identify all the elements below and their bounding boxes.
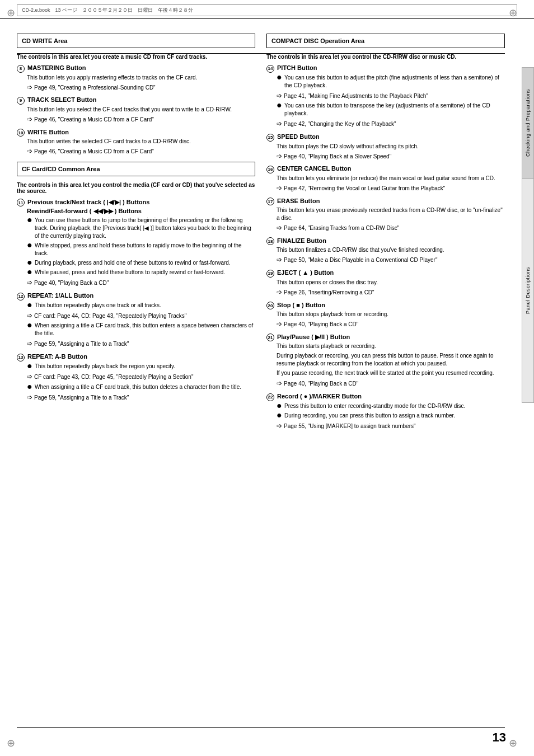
- bullet-prev-next-4: ● While paused, press and hold these but…: [27, 269, 255, 276]
- btn-erase-title: 17 ERASE Button: [266, 198, 505, 206]
- btn-center-cancel-title: 16 CENTER CANCEL Button: [266, 165, 505, 173]
- btn-write-body: This button writes the selected CF card …: [27, 138, 255, 156]
- cd-write-intro: The controls in this area let you create…: [17, 54, 255, 60]
- btn-eject: 19 EJECT ( ▲ ) Button This button opens …: [266, 269, 505, 297]
- btn-repeat-1all-title: 12 REPEAT: 1/ALL Button: [17, 292, 255, 300]
- btn-ab-ref1: ➩ CF card: Page 43, CD: Page 45, "Repeat…: [27, 372, 255, 382]
- compact-disc-body: The controls in this area let you contro…: [266, 54, 505, 430]
- btn-play-pause: 21 Play/Pause ( ▶/II ) Button This butto…: [266, 334, 505, 388]
- btn-pitch-ref2: ➩ Page 42, "Changing the Key of the Play…: [277, 119, 505, 129]
- btn-num-14: 14: [266, 65, 274, 73]
- btn-play-pause-title: 21 Play/Pause ( ▶/II ) Button: [266, 334, 505, 342]
- btn-write-desc: This button writes the selected CF card …: [27, 138, 191, 144]
- btn-prev-next-body: ● You can use these buttons to jump to t…: [27, 217, 255, 288]
- top-divider: [17, 53, 505, 54]
- header-file-info: CD-2.e.book 13 ページ ２００５年２月２０日 日曜日 午後４時２８…: [17, 4, 517, 16]
- btn-pitch: 14 PITCH Button ● You can use this butto…: [266, 64, 505, 129]
- btn-num-12: 12: [17, 293, 25, 300]
- btn-mastering-ref: ➩ Page 49, "Creating a Professional-Soun…: [27, 83, 255, 92]
- cf-cd-title: CF Card/CD Common Area: [22, 166, 250, 172]
- btn-rewind-label: Rewind/Fast-forward ( ◀◀/▶▶ ) Buttons: [27, 208, 255, 215]
- cd-write-title: CD WRITE Area: [22, 37, 250, 44]
- btn-num-16: 16: [266, 166, 274, 173]
- btn-eject-title: 19 EJECT ( ▲ ) Button: [266, 269, 505, 278]
- compact-disc-intro: The controls in this area let you contro…: [266, 54, 505, 60]
- btn-finalize-ref: ➩ Page 50, "Make a Disc Playable in a Co…: [277, 255, 505, 265]
- btn-play-pause-ref: ➩ Page 40, "Playing Back a CD": [277, 379, 505, 388]
- btn-erase: 17 ERASE Button This button lets you era…: [266, 198, 505, 233]
- bullet-pitch-1: ● You can use this button to adjust the …: [277, 74, 505, 90]
- btn-finalize-title: 18 FINALIZE Button: [266, 237, 505, 246]
- btn-erase-body: This button lets you erase previously re…: [277, 206, 505, 233]
- bullet-pitch-2: ● You can use this button to transpose t…: [277, 102, 505, 118]
- ref-arrow: ➩: [27, 83, 32, 92]
- corner-mark-bl: ⊕: [7, 737, 15, 749]
- btn-num-15: 15: [266, 134, 274, 142]
- side-tab-checking: Checking and Preparations: [522, 67, 534, 179]
- btn-center-cancel-ref: ➩ Page 42, "Removing the Vocal or Lead G…: [277, 184, 505, 193]
- btn-track-select: 9 TRACK SELECT Button This button lets y…: [17, 96, 255, 124]
- bullet-ab-2: ● When assigning a title a CF card track…: [27, 383, 255, 391]
- ref-text: Page 49, "Creating a Professional-Soundi…: [34, 84, 156, 92]
- compact-disc-section: COMPACT DISC Operation Area: [266, 34, 505, 48]
- side-tab-panel: Panel Descriptions: [522, 179, 534, 403]
- btn-mastering-desc: This button lets you apply mastering eff…: [27, 74, 197, 81]
- btn-mastering-body: This button lets you apply mastering eff…: [27, 74, 255, 92]
- btn-track-select-ref: ➩ Page 46, "Creating a Music CD from a C…: [27, 115, 255, 124]
- btn-eject-ref: ➩ Page 26, "Inserting/Removing a CD": [277, 288, 505, 297]
- bullet-record-1: ● Press this button to enter recording-s…: [277, 402, 505, 410]
- btn-finalize-body: This button finalizes a CD-R/RW disc tha…: [277, 246, 505, 265]
- btn-write-title: 10 WRITE Button: [17, 129, 255, 137]
- btn-prev-next: 11 Previous track/Next track ( |◀/▶| ) B…: [17, 199, 255, 288]
- btn-mastering-title: 8 MASTERING Button: [17, 64, 255, 73]
- btn-num-22: 22: [266, 393, 274, 401]
- btn-num-13: 13: [17, 354, 25, 361]
- cd-write-body: The controls in this area let you create…: [17, 54, 255, 156]
- btn-repeat-ab-title: 13 REPEAT: A-B Button: [17, 353, 255, 361]
- btn-write: 10 WRITE Button This button writes the s…: [17, 129, 255, 156]
- btn-repeat-1all-body: ● This button repeatedly plays one track…: [27, 302, 255, 349]
- btn-speed-body: This button plays the CD slowly without …: [277, 143, 505, 161]
- btn-stop-body: This button stops playback from or recor…: [277, 311, 505, 329]
- btn-repeat-ref2: ➩ Page 59, "Assigning a Title to a Track…: [27, 339, 255, 349]
- bullet-prev-next-1: ● You can use these buttons to jump to t…: [27, 217, 255, 240]
- compact-disc-title: COMPACT DISC Operation Area: [271, 37, 500, 44]
- bullet-repeat-2: ● When assigning a title a CF card track…: [27, 322, 255, 337]
- btn-repeat-ref1: ➩ CF card: Page 44, CD: Page 43, "Repeat…: [27, 311, 255, 321]
- cd-write-section: CD WRITE Area: [17, 34, 255, 48]
- header: CD-2.e.book 13 ページ ２００５年２月２０日 日曜日 午後４時２８…: [0, 0, 534, 19]
- bullet-prev-next-2: ● While stopped, press and hold these bu…: [27, 242, 255, 257]
- btn-mastering-label: MASTERING Button: [27, 64, 86, 71]
- btn-num-21: 21: [266, 334, 274, 341]
- btn-write-label: WRITE Button: [27, 129, 69, 135]
- btn-prev-next-ref: ➩ Page 40, "Playing Back a CD": [27, 278, 255, 288]
- btn-erase-ref: ➩ Page 64, "Erasing Tracks from a CD-RW …: [277, 223, 505, 233]
- btn-record-ref: ➩ Page 55, "Using [MARKER] to assign tra…: [277, 421, 505, 431]
- right-column: COMPACT DISC Operation Area The controls…: [266, 34, 505, 435]
- side-tabs: Checking and Preparations Panel Descript…: [522, 67, 534, 403]
- btn-track-select-body: This button lets you select the CF card …: [27, 106, 255, 124]
- btn-stop: 20 Stop ( ■ ) Button This button stops p…: [266, 302, 505, 329]
- btn-pitch-title: 14 PITCH Button: [266, 64, 505, 73]
- btn-num-11: 11: [17, 199, 25, 206]
- btn-num-17: 17: [266, 198, 274, 205]
- btn-stop-ref: ➩ Page 40, "Playing Back a CD": [277, 320, 505, 329]
- corner-mark-tr: ⊕: [509, 7, 517, 19]
- btn-stop-title: 20 Stop ( ■ ) Button: [266, 302, 505, 310]
- page-number: 13: [493, 730, 506, 745]
- btn-mastering: 8 MASTERING Button This button lets you …: [17, 64, 255, 92]
- side-tab-lower-label: Panel Descriptions: [525, 267, 531, 314]
- btn-pitch-body: ● You can use this button to adjust the …: [277, 74, 505, 129]
- left-column: CD WRITE Area The controls in this area …: [17, 34, 255, 435]
- btn-write-ref: ➩ Page 46, "Creating a Music CD from a C…: [27, 147, 255, 156]
- cf-cd-intro: The controls in this area let you contro…: [17, 182, 255, 194]
- bullet-record-2: ● During recording, you can press this b…: [277, 412, 505, 420]
- btn-speed-title: 15 SPEED Button: [266, 133, 505, 142]
- header-text: CD-2.e.book 13 ページ ２００５年２月２０日 日曜日 午後４時２８…: [22, 7, 193, 14]
- btn-record-marker-body: ● Press this button to enter recording-s…: [277, 402, 505, 431]
- btn-repeat-ab-body: ● This button repeatedly plays back the …: [27, 363, 255, 402]
- btn-center-cancel: 16 CENTER CANCEL Button This button lets…: [266, 165, 505, 192]
- btn-speed-ref: ➩ Page 40, "Playing Back at a Slower Spe…: [277, 152, 505, 161]
- btn-speed: 15 SPEED Button This button plays the CD…: [266, 133, 505, 161]
- btn-num-18: 18: [266, 237, 274, 245]
